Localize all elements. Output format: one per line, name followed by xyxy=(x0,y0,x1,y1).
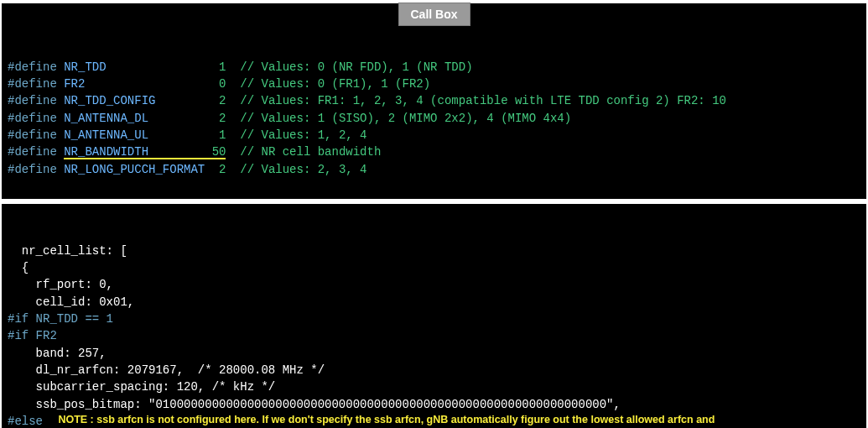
define-name: NR_TDD xyxy=(64,60,211,74)
preproc-line: #if FR2 xyxy=(8,327,860,344)
code-line: { xyxy=(8,259,860,276)
define-value: 0 xyxy=(212,77,226,91)
define-line: #define FR2 0 // Values: 0 (FR1), 1 (FR2… xyxy=(8,76,860,92)
define-name: NR_LONG_PUCCH_FORMAT xyxy=(64,163,211,176)
define-value: 2 xyxy=(212,163,226,176)
preproc-keyword: #define xyxy=(8,145,57,159)
define-name: FR2 xyxy=(64,77,211,91)
define-comment: // Values: 0 (NR FDD), 1 (NR TDD) xyxy=(240,60,472,74)
preproc-line: #if NR_TDD == 1 xyxy=(8,311,860,327)
code-line: rf_port: 0, xyxy=(8,276,860,293)
code-line: subcarrier_spacing: 120, /* kHz */ xyxy=(8,378,860,395)
preproc-keyword: #define xyxy=(8,77,57,91)
define-value: 1 xyxy=(212,128,226,142)
else-row: #else NOTE : ssb arfcn is not configured… xyxy=(8,413,860,428)
define-line: #define NR_TDD_CONFIG 2 // Values: FR1: … xyxy=(8,92,860,109)
preproc-line: #else xyxy=(8,415,43,428)
define-name: NR_TDD_CONFIG xyxy=(64,94,211,107)
define-line: #define NR_LONG_PUCCH_FORMAT 2 // Values… xyxy=(8,161,860,178)
define-name: NR_BANDWIDTH xyxy=(64,145,211,159)
code-line: ssb_pos_bitmap: "01000000000000000000000… xyxy=(8,396,860,413)
config-panel: nr_cell_list: [ { rf_port: 0, cell_id: 0… xyxy=(2,204,866,428)
define-line: #define N_ANTENNA_UL 1 // Values: 1, 2, … xyxy=(8,127,860,144)
preproc-keyword: #define xyxy=(8,94,57,107)
preproc-keyword: #define xyxy=(8,112,57,125)
callbox-label: Call Box xyxy=(398,3,470,26)
define-value: 50 xyxy=(212,145,226,159)
preproc-keyword: #define xyxy=(8,163,57,176)
define-line: #define NR_BANDWIDTH 50 // NR cell bandw… xyxy=(8,144,860,160)
define-comment: // Values: FR1: 1, 2, 3, 4 (compatible w… xyxy=(240,94,726,107)
preproc-keyword: #define xyxy=(8,60,57,74)
define-value: 2 xyxy=(212,112,226,125)
code-line: nr_cell_list: [ xyxy=(8,243,860,259)
define-comment: // Values: 1 (SISO), 2 (MIMO 2x2), 4 (MI… xyxy=(240,112,571,125)
define-comment: // Values: 1, 2, 4 xyxy=(240,128,366,142)
define-value: 2 xyxy=(212,94,226,107)
define-comment: // NR cell bandwidth xyxy=(240,145,381,159)
code-line: band: 257, xyxy=(8,345,860,362)
define-comment: // Values: 2, 3, 4 xyxy=(240,163,366,176)
define-name: N_ANTENNA_UL xyxy=(64,128,211,142)
code-line: cell_id: 0x01, xyxy=(8,294,860,311)
define-line: #define NR_TDD 1 // Values: 0 (NR FDD), … xyxy=(8,59,860,76)
define-name: N_ANTENNA_DL xyxy=(64,112,211,125)
preproc-keyword: #define xyxy=(8,128,57,142)
define-comment: // Values: 0 (FR1), 1 (FR2) xyxy=(240,77,430,91)
ssb-arfcn-note: NOTE : ssb arfcn is not configured here.… xyxy=(49,413,720,428)
code-line: dl_nr_arfcn: 2079167, /* 28000.08 MHz */ xyxy=(8,362,860,378)
define-line: #define N_ANTENNA_DL 2 // Values: 1 (SIS… xyxy=(8,110,860,127)
define-value: 1 xyxy=(212,60,226,74)
defines-panel: Call Box #define NR_TDD 1 // Values: 0 (… xyxy=(2,3,866,199)
